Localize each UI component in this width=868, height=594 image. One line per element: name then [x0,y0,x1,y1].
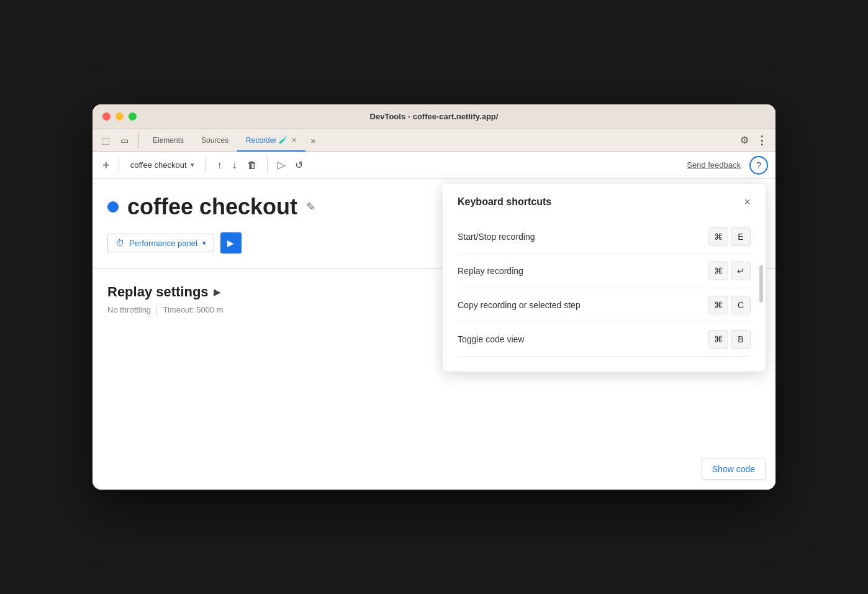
mobile-icon: ▭ [120,135,129,145]
gear-icon: ⚙ [740,134,749,146]
devtools-main-content: coffee checkout ✎ ⏱ Performance panel ▾ … [93,179,775,490]
shortcut-copy-label: Copy recording or selected step [458,300,581,310]
close-traffic-light[interactable] [102,112,111,121]
send-feedback-link[interactable]: Send feedback [687,160,741,170]
more-options-button[interactable]: ⋮ [753,132,771,149]
edit-title-icon[interactable]: ✎ [306,200,315,214]
shortcut-replay-keys: ⌘ ↵ [708,262,751,280]
kbd-e: E [731,227,751,246]
kbd-cmd-4: ⌘ [708,330,728,349]
title-bar: DevTools - coffee-cart.netlify.app/ [93,104,775,129]
download-icon: ↓ [232,160,237,171]
start-replay-button[interactable]: ▶ [220,232,242,254]
recorder-toolbar: + coffee checkout ▾ ↑ ↓ 🗑 ▷ ↺ S [93,152,775,179]
kbd-cmd-3: ⌘ [708,296,728,314]
add-recording-button[interactable]: + [100,157,112,174]
recording-selector[interactable]: coffee checkout ▾ [125,158,199,172]
recording-status-dot [107,201,119,212]
popup-title: Keyboard shortcuts [458,196,551,208]
popup-scrollbar-thumb[interactable] [759,265,763,303]
tab-recorder-label: Recorder [246,136,276,145]
more-dots-icon: ⋮ [756,134,768,147]
play-step-button[interactable]: ▷ [275,157,287,173]
popup-scrollbar [759,215,763,340]
shortcut-row-copy: Copy recording or selected step ⌘ C [458,288,751,322]
minimize-traffic-light[interactable] [115,112,124,121]
maximize-traffic-light[interactable] [129,112,137,121]
tab-sources[interactable]: Sources [192,129,237,152]
replay-button[interactable]: ↺ [292,157,305,173]
shortcut-row-replay: Replay recording ⌘ ↵ [458,254,751,288]
tab-more-btn[interactable]: » [305,135,320,145]
upload-icon: ↑ [217,160,222,171]
timeout-label: Timeout: 5000 m [163,305,223,314]
window-title: DevTools - coffee-cart.netlify.app/ [370,112,499,121]
performance-panel-button[interactable]: ⏱ Performance panel ▾ [107,234,214,252]
show-code-button[interactable]: Show code [702,459,766,480]
import-button[interactable]: ↓ [230,157,240,173]
question-mark-icon: ? [756,160,761,170]
shortcut-toggle-label: Toggle code view [458,334,524,344]
shortcut-copy-keys: ⌘ C [708,296,751,314]
delete-recording-button[interactable]: 🗑 [245,157,260,173]
perf-chevron-down-icon: ▾ [202,239,206,247]
settings-gear-button[interactable]: ⚙ [736,132,753,149]
kbd-cmd-2: ⌘ [708,262,728,280]
pipe-separator: | [156,305,158,314]
kbd-return: ↵ [731,262,751,280]
replay-settings-label: Replay settings [107,284,209,300]
popup-close-button[interactable]: × [744,196,751,208]
tab-elements-label: Elements [153,136,184,145]
tab-elements[interactable]: Elements [144,129,192,152]
plus-icon: + [102,158,110,172]
tab-sources-label: Sources [201,136,228,145]
toolbar-divider-2 [206,158,206,173]
browser-window: DevTools - coffee-cart.netlify.app/ ⬚ ▭ … [93,104,775,490]
recording-title: coffee checkout [127,194,297,220]
replay-icon: ↺ [295,159,303,171]
kbd-b: B [731,330,751,349]
cursor-icon: ⬚ [102,135,110,145]
flask-icon: 🧪 [279,136,287,144]
recording-name-label: coffee checkout [130,160,187,170]
tab-icon-group: ⬚ ▭ [97,132,139,148]
show-code-label: Show code [712,464,755,474]
traffic-lights [102,112,137,121]
popup-header: Keyboard shortcuts × [458,196,751,208]
speedometer-icon: ⏱ [115,238,124,248]
keyboard-shortcuts-popup: Keyboard shortcuts × Start/Stop recordin… [443,184,766,372]
shortcut-toggle-keys: ⌘ B [708,330,751,349]
play-step-icon: ▷ [278,159,285,171]
tab-recorder-close-icon[interactable]: ✕ [291,136,297,144]
help-keyboard-shortcuts-button[interactable]: ? [749,156,768,175]
shortcut-replay-label: Replay recording [458,266,523,276]
tab-recorder[interactable]: Recorder 🧪 ✕ [237,129,305,152]
chevron-right-icon: » [310,135,315,145]
no-throttling-label: No throttling [107,305,151,314]
play-icon: ▶ [227,238,234,248]
shortcut-start-stop-label: Start/Stop recording [458,232,535,242]
perf-panel-label: Performance panel [129,239,197,248]
trash-icon: 🗑 [247,160,257,171]
kbd-c: C [731,296,751,314]
shortcut-row-start-stop: Start/Stop recording ⌘ E [458,220,751,254]
export-button[interactable]: ↑ [215,157,225,173]
chevron-down-icon: ▾ [191,161,194,169]
replay-settings-arrow-icon: ▶ [214,287,220,297]
devtools-tab-bar: ⬚ ▭ Elements Sources Recorder 🧪 ✕ » ⚙ ⋮ [93,129,775,152]
toolbar-divider-3 [267,158,268,173]
mobile-icon-btn[interactable]: ▭ [116,132,132,148]
toolbar-action-group: ↑ ↓ 🗑 ▷ ↺ [215,157,305,173]
shortcut-start-stop-keys: ⌘ E [708,227,751,246]
kbd-cmd-1: ⌘ [708,227,728,246]
shortcut-row-toggle-code: Toggle code view ⌘ B [458,322,751,357]
cursor-icon-btn[interactable]: ⬚ [97,132,114,148]
close-icon: × [744,196,751,208]
toolbar-divider-1 [119,158,119,173]
